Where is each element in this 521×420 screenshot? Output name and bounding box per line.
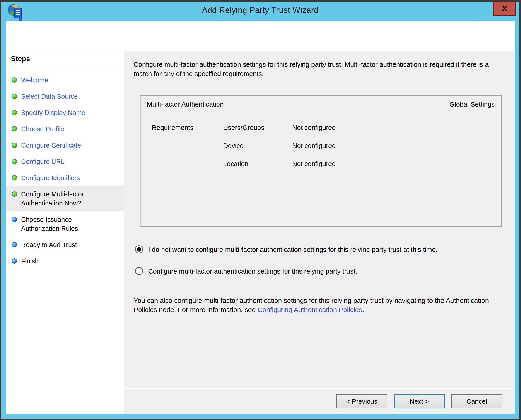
requirement-value: Not configured: [292, 160, 501, 168]
requirements-label: Requirements: [140, 124, 223, 131]
wizard-button-bar: < Previous Next > Cancel: [124, 388, 515, 414]
footnote-period: .: [362, 306, 364, 313]
step-completed-icon: [12, 159, 17, 164]
mfa-panel-title: Multi-factor Authentication: [147, 100, 224, 108]
requirement-name: Device: [223, 142, 292, 150]
close-icon: X: [502, 5, 507, 12]
radio-option-no-mfa[interactable]: I do not want to configure multi-factor …: [135, 245, 504, 255]
radio-label: I do not want to configure multi-factor …: [148, 245, 437, 255]
step-upcoming-icon: [12, 217, 17, 222]
step-item-select-data-source[interactable]: Select Data Source: [6, 88, 124, 105]
wizard-surface: Steps Welcome Select Data Source Specify…: [6, 21, 515, 414]
step-item-welcome[interactable]: Welcome: [6, 72, 124, 88]
wizard-window: Add Relying Party Trust Wizard X Steps W…: [1, 2, 519, 419]
requirement-value: Not configured: [292, 124, 501, 131]
radio-label: Configure multi-factor authentication se…: [148, 266, 357, 276]
step-item-configure-url[interactable]: Configure URL: [6, 153, 124, 170]
header-band: [6, 21, 515, 51]
mfa-settings-panel: Multi-factor Authentication Global Setti…: [140, 95, 502, 226]
step-item-choose-issuance-authorization-rules: Choose Issuance Authorization Rules: [6, 211, 124, 237]
steps-sidebar: Steps Welcome Select Data Source Specify…: [6, 51, 124, 414]
wizard-page-content: Configure multi-factor authentication se…: [124, 51, 515, 414]
requirement-name: Location: [223, 160, 292, 168]
title-bar: Add Relying Party Trust Wizard X: [1, 2, 519, 21]
configuring-authentication-policies-link[interactable]: Configuring Authentication Policies: [257, 306, 362, 313]
requirement-value: Not configured: [292, 142, 501, 150]
mfa-panel-header: Multi-factor Authentication Global Setti…: [140, 96, 501, 113]
table-row: Requirements Users/Groups Not configured: [140, 124, 501, 142]
step-item-choose-profile[interactable]: Choose Profile: [6, 121, 124, 137]
footnote: You can also configure multi-factor auth…: [134, 296, 504, 314]
window-title: Add Relying Party Trust Wizard: [1, 5, 519, 15]
step-item-specify-display-name[interactable]: Specify Display Name: [6, 105, 124, 121]
page-description: Configure multi-factor authentication se…: [134, 60, 504, 78]
step-upcoming-icon: [12, 242, 17, 247]
mfa-panel-body: Requirements Users/Groups Not configured…: [140, 113, 501, 178]
step-completed-icon: [12, 77, 17, 82]
step-item-configure-mfa-now: Configure Multi-factor Authentication No…: [6, 186, 124, 211]
radio-button-selected[interactable]: [135, 245, 143, 254]
step-upcoming-icon: [12, 258, 17, 264]
close-button[interactable]: X: [493, 1, 516, 16]
previous-button[interactable]: < Previous: [336, 394, 387, 408]
requirement-name: Users/Groups: [223, 124, 292, 131]
step-item-configure-identifiers[interactable]: Configure Identifiers: [6, 170, 124, 186]
step-completed-icon: [12, 94, 17, 99]
radio-button-unselected[interactable]: [135, 267, 143, 275]
global-settings-label: Global Settings: [449, 100, 495, 108]
step-item-ready-to-add-trust: Ready to Add Trust: [6, 237, 124, 253]
steps-list: Welcome Select Data Source Specify Displ…: [6, 72, 124, 269]
table-row: Device Not configured: [140, 142, 501, 160]
step-completed-icon: [12, 126, 17, 131]
step-item-configure-certificate[interactable]: Configure Certificate: [6, 137, 124, 153]
step-completed-icon: [12, 191, 17, 197]
step-completed-icon: [12, 110, 17, 115]
cancel-button[interactable]: Cancel: [451, 394, 502, 408]
table-row: Location Not configured: [140, 160, 501, 178]
radio-option-configure-mfa[interactable]: Configure multi-factor authentication se…: [135, 266, 504, 276]
steps-heading: Steps: [11, 55, 121, 67]
step-item-finish: Finish: [6, 253, 124, 269]
next-button[interactable]: Next >: [394, 394, 445, 408]
step-completed-icon: [12, 175, 17, 180]
step-completed-icon: [12, 142, 17, 148]
